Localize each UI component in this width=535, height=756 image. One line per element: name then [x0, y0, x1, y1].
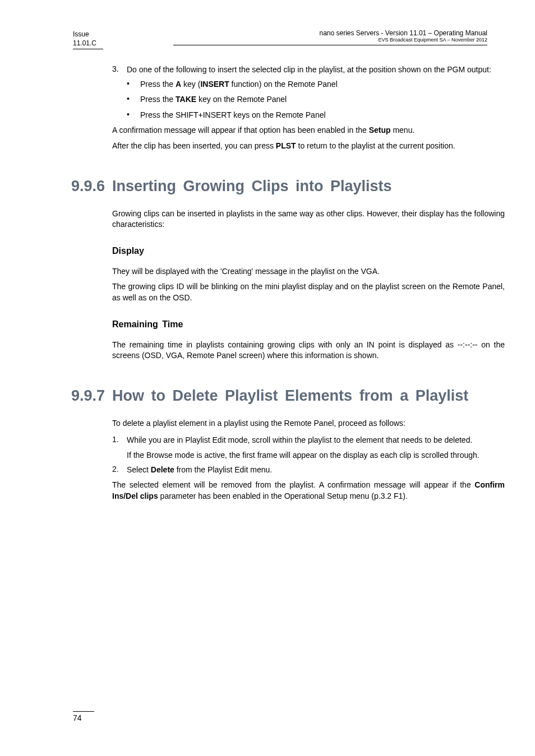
bullet-item: • Press the TAKE key on the Remote Panel [127, 94, 505, 105]
step-3: 3. Do one of the following to insert the… [112, 64, 505, 76]
issue-value: 11.01.C [73, 39, 103, 48]
subheading-display: Display [112, 246, 505, 256]
bullet-icon: • [127, 110, 140, 119]
paragraph: The remaining time in playlists containi… [112, 340, 505, 361]
step-number: 1. [112, 435, 127, 461]
bullet-item: • Press the SHIFT+INSERT keys on the Rem… [127, 110, 505, 121]
step-2: 2. Select Delete from the Playlist Edit … [112, 465, 505, 476]
paragraph: They will be displayed with the 'Creatin… [112, 266, 505, 277]
issue-label: Issue [73, 30, 103, 39]
step-number: 3. [112, 64, 127, 76]
issue-box: Issue 11.01.C [73, 30, 103, 49]
bullet-item: • Press the A key (INSERT function) on t… [127, 79, 505, 90]
doc-title: nano series Servers - Version 11.01 – Op… [173, 29, 487, 37]
step-text: Select Delete from the Playlist Edit men… [127, 465, 272, 476]
bullet-icon: • [127, 79, 140, 88]
content: 3. Do one of the following to insert the… [112, 64, 505, 502]
paragraph: To delete a playlist element in a playli… [112, 418, 505, 429]
bullet-text: Press the A key (INSERT function) on the… [140, 79, 338, 90]
page-number: 74 [73, 711, 94, 722]
step-3-bullets: • Press the A key (INSERT function) on t… [127, 79, 505, 121]
paragraph: Growing clips can be inserted in playlis… [112, 208, 505, 230]
page-container: Issue 11.01.C nano series Servers - Vers… [0, 0, 535, 756]
paragraph: The selected element will be removed fro… [112, 480, 505, 502]
heading-number: 9.9.7 [71, 385, 112, 407]
step-text: Do one of the following to insert the se… [127, 64, 491, 76]
paragraph: After the clip has been inserted, you ca… [112, 141, 505, 152]
heading-number: 9.9.6 [71, 175, 112, 197]
step-subtext: If the Browse mode is active, the first … [127, 450, 479, 461]
heading-title: How to Delete Playlist Elements from a P… [112, 385, 468, 407]
bullet-icon: • [127, 94, 140, 103]
paragraph: The growing clips ID will be blinking on… [112, 281, 505, 303]
step-text: While you are in Playlist Edit mode, scr… [127, 435, 479, 461]
bullet-text: Press the SHIFT+INSERT keys on the Remot… [140, 110, 326, 121]
step-1: 1. While you are in Playlist Edit mode, … [112, 435, 505, 461]
paragraph: A confirmation message will appear if th… [112, 125, 505, 136]
subheading-remaining: Remaining Time [112, 319, 505, 330]
header-right: nano series Servers - Version 11.01 – Op… [173, 29, 487, 45]
doc-subtitle: EVS Broadcast Equipment SA – November 20… [173, 37, 487, 43]
heading-996: 9.9.6 Inserting Growing Clips into Playl… [71, 175, 505, 197]
heading-title: Inserting Growing Clips into Playlists [112, 175, 392, 197]
bullet-text: Press the TAKE key on the Remote Panel [140, 94, 287, 105]
step-number: 2. [112, 465, 127, 476]
heading-997: 9.9.7 How to Delete Playlist Elements fr… [71, 385, 505, 407]
